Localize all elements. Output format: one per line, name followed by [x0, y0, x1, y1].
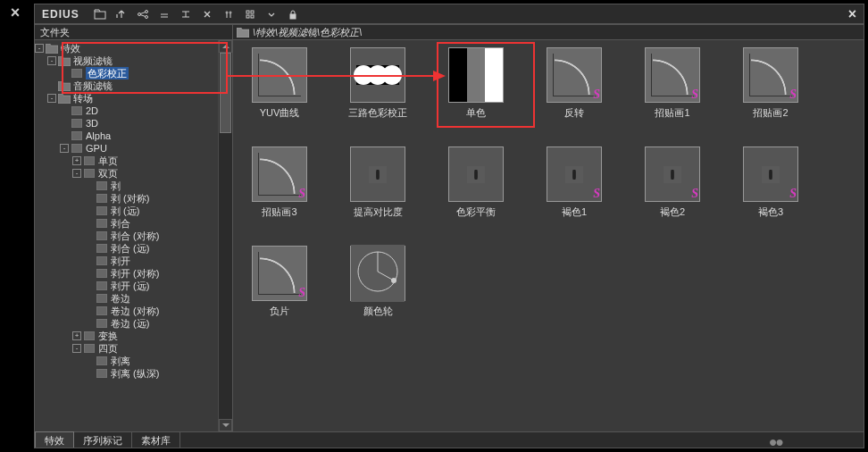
effect-label: 三路色彩校正 [348, 106, 407, 120]
badge-icon: S [593, 88, 600, 102]
item-icon [83, 169, 96, 179]
tab-序列标记[interactable]: 序列标记 [74, 432, 132, 448]
breadcrumb-path: \特效\视频滤镜\色彩校正\ [253, 26, 362, 39]
breadcrumb: \特效\视频滤镜\色彩校正\ [233, 24, 864, 40]
svg-rect-23 [96, 244, 107, 253]
scrollbar[interactable] [218, 40, 232, 431]
svg-point-1 [138, 13, 140, 15]
effect-item[interactable]: S 招贴画2 [735, 47, 806, 120]
tree-row-peel_open_sym[interactable]: 剥开 (对称) [35, 267, 218, 280]
folder-icon [58, 81, 71, 91]
tree-row-peel_open_far[interactable]: 剥开 (远) [35, 280, 218, 292]
tree-row-peel_join_sym[interactable]: 剥合 (对称) [35, 230, 218, 242]
svg-rect-21 [96, 219, 107, 228]
tree-row-transform[interactable]: +变换 [35, 330, 218, 342]
share-icon[interactable] [133, 7, 153, 21]
tree-row-roll_far[interactable]: 卷边 (远) [35, 317, 218, 330]
new-folder-icon[interactable] [90, 7, 110, 21]
window-close-icon[interactable]: × [848, 6, 856, 22]
tree-row-peel_sym[interactable]: 剥 (对称) [35, 192, 218, 205]
item-icon [96, 356, 108, 366]
app-name: EDIUS [42, 8, 79, 21]
effect-label: 褐色2 [660, 205, 685, 219]
svg-rect-28 [96, 306, 107, 315]
effect-item[interactable]: 色彩平衡 [440, 146, 512, 219]
badge-icon: S [593, 187, 600, 201]
item-icon [96, 231, 108, 241]
item-icon [96, 181, 108, 191]
effect-item[interactable]: YUV曲线 [244, 47, 315, 120]
effect-label: 色彩平衡 [456, 205, 496, 219]
scroll-up-icon[interactable] [219, 40, 232, 53]
svg-point-2 [145, 10, 147, 13]
effect-label: 单色 [466, 106, 486, 120]
tools-icon[interactable] [219, 7, 238, 21]
item-icon [96, 244, 108, 254]
tree-row-double_page[interactable]: -双页 [35, 167, 218, 180]
tree-row-roll_sym[interactable]: 卷边 (对称) [35, 305, 218, 317]
folder-icon [58, 56, 71, 66]
scroll-down-icon[interactable] [219, 419, 232, 431]
delete-icon[interactable] [197, 7, 217, 21]
svg-rect-14 [71, 131, 82, 140]
svg-rect-30 [84, 331, 95, 340]
svg-rect-27 [96, 294, 107, 303]
tree-row-roll[interactable]: 卷边 [35, 292, 218, 305]
dropdown-icon[interactable] [262, 7, 281, 21]
effect-item[interactable]: S 反转 [538, 47, 610, 120]
tree-row-color_correction[interactable]: 色彩校正 [35, 67, 218, 80]
tree-row-peel_join[interactable]: 剥合 [35, 217, 218, 230]
expand-icon[interactable] [176, 7, 196, 21]
effect-item[interactable]: S 招贴画3 [244, 146, 315, 219]
tree-row-t2d[interactable]: 2D [35, 105, 218, 117]
tree-row-peel_open[interactable]: 剥开 [35, 255, 218, 267]
item-icon [83, 331, 96, 341]
effect-item[interactable]: 颜色轮 [342, 246, 413, 318]
svg-rect-8 [246, 15, 249, 18]
effect-item[interactable]: S 负片 [244, 246, 315, 318]
tree-row-peel_far[interactable]: 剥 (远) [35, 205, 218, 217]
effect-item[interactable]: 单色 [440, 47, 512, 120]
tree-row-transition[interactable]: -转场 [35, 92, 218, 105]
tree-row-peel[interactable]: 剥 [35, 180, 218, 192]
lock-icon[interactable] [283, 7, 303, 21]
folder-tree[interactable]: -特效-视频滤镜色彩校正音频滤镜-转场2D3DAlpha-GPU+单页-双页剥剥… [35, 40, 218, 431]
tree-row-gpu[interactable]: -GPU [35, 142, 218, 155]
svg-rect-20 [96, 206, 107, 215]
up-icon[interactable] [112, 7, 131, 21]
effect-item[interactable]: S 招贴画1 [637, 47, 708, 120]
item-icon [96, 294, 108, 304]
collapse-icon[interactable] [154, 7, 174, 21]
effect-item[interactable]: S 褐色3 [735, 146, 806, 219]
effect-label: YUV曲线 [260, 106, 300, 120]
item-icon [96, 306, 108, 316]
tree-row-audio_filter[interactable]: 音频滤镜 [35, 80, 218, 92]
effect-label: 反转 [564, 106, 584, 120]
tree-row-t3d[interactable]: 3D [35, 117, 218, 130]
tree-row-video_filter[interactable]: -视频滤镜 [35, 54, 218, 67]
svg-rect-31 [84, 344, 95, 353]
item-icon [71, 106, 83, 116]
close-icon[interactable]: × [7, 4, 23, 20]
item-icon [71, 119, 83, 129]
tab-特效[interactable]: 特效 [35, 431, 74, 448]
scroll-thumb[interactable] [220, 53, 231, 133]
effect-item[interactable]: 提高对比度 [342, 146, 413, 219]
effect-item[interactable]: S 褐色2 [637, 146, 708, 219]
item-icon [96, 369, 108, 379]
item-icon [96, 319, 108, 329]
effect-item[interactable]: S 褐色1 [538, 146, 610, 219]
tree-row-four_page[interactable]: -四页 [35, 342, 218, 355]
badge-icon: S [691, 88, 698, 102]
tree-row-peel_off[interactable]: 剥离 [35, 355, 218, 367]
tree-row-peel_off_vert[interactable]: 剥离 (纵深) [35, 367, 218, 380]
effect-item[interactable]: 三路色彩校正 [342, 47, 413, 120]
tree-row-alpha[interactable]: Alpha [35, 130, 218, 142]
tree-row-root[interactable]: -特效 [35, 42, 218, 54]
tree-row-single_page[interactable]: +单页 [35, 155, 218, 167]
tree-row-peel_join_far[interactable]: 剥合 (远) [35, 242, 218, 255]
tab-素材库[interactable]: 素材库 [132, 432, 180, 448]
svg-rect-13 [71, 119, 82, 128]
badge-icon: S [789, 88, 797, 102]
view-icon[interactable] [240, 7, 260, 21]
